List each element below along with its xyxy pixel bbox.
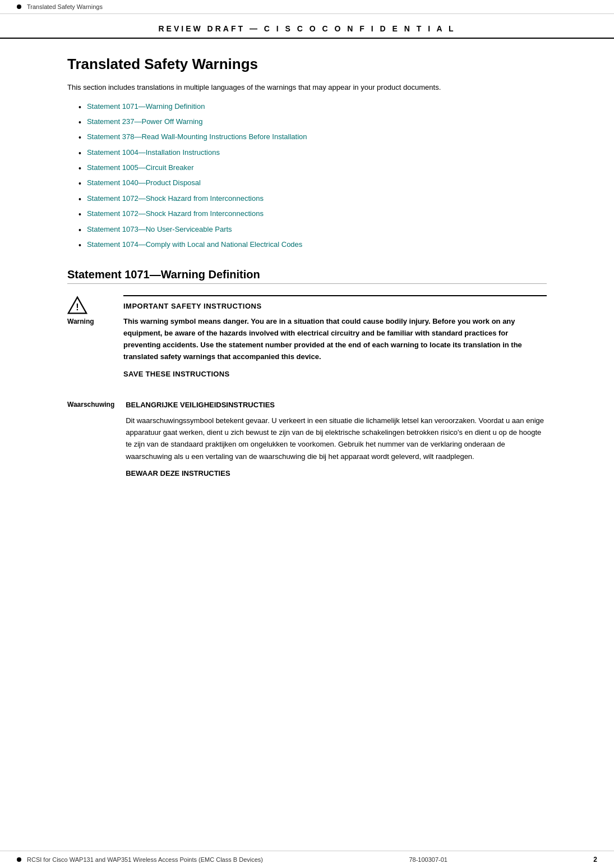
- footer-left-text: RCSI for Cisco WAP131 and WAP351 Wireles…: [27, 856, 263, 863]
- warning-block-english: ! Warning IMPORTANT SAFETY INSTRUCTIONS …: [67, 295, 547, 389]
- toc-item-378[interactable]: Statement 378—Read Wall-Mounting Instruc…: [79, 131, 547, 144]
- bottom-left: RCSI for Cisco WAP131 and WAP351 Wireles…: [17, 856, 263, 863]
- warning-save-english: SAVE THESE INSTRUCTIONS: [123, 370, 547, 378]
- toc-item-1072a[interactable]: Statement 1072—Shock Hazard from Interco…: [79, 193, 547, 205]
- bottom-dot: [17, 857, 21, 862]
- toc-item-1040[interactable]: Statement 1040—Product Disposal: [79, 177, 547, 190]
- warning-triangle-icon: !: [67, 295, 87, 315]
- page-number: 2: [593, 856, 597, 864]
- top-bar: Translated Safety Warnings: [0, 0, 614, 14]
- toc-item-1073[interactable]: Statement 1073—No User-Serviceable Parts: [79, 224, 547, 236]
- warning-label-col: ! Warning: [67, 295, 123, 325]
- dutch-save: BEWAAR DEZE INSTRUCTIES: [126, 469, 547, 477]
- warning-content-english: IMPORTANT SAFETY INSTRUCTIONS This warni…: [123, 295, 547, 389]
- toc-item-1005[interactable]: Statement 1005—Circuit Breaker: [79, 162, 547, 174]
- header-title: REVIEW DRAFT — C I S C O C O N F I D E N…: [0, 14, 614, 39]
- warning-block-dutch: Waarschuwing BELANGRIJKE VEILIGHEIDSINST…: [67, 401, 547, 478]
- svg-text:!: !: [76, 302, 79, 312]
- dutch-label-col: Waarschuwing: [67, 401, 126, 408]
- toc-item-237[interactable]: Statement 237—Power Off Warning: [79, 116, 547, 128]
- toc-item-1004[interactable]: Statement 1004—Installation Instructions: [79, 147, 547, 159]
- footer-right-text: 78-100307-01: [409, 856, 447, 863]
- warning-title-english: IMPORTANT SAFETY INSTRUCTIONS: [123, 302, 547, 310]
- bottom-bar: RCSI for Cisco WAP131 and WAP351 Wireles…: [0, 851, 614, 868]
- toc-item-1074[interactable]: Statement 1074—Comply with Local and Nat…: [79, 239, 547, 251]
- top-bar-dot: [17, 4, 21, 9]
- dutch-content: BELANGRIJKE VEILIGHEIDSINSTRUCTIES Dit w…: [126, 401, 547, 478]
- section-heading-1071: Statement 1071—Warning Definition: [67, 268, 547, 284]
- toc-list: Statement 1071—Warning Definition Statem…: [67, 101, 547, 252]
- intro-text: This section includes translations in mu…: [67, 82, 547, 93]
- dutch-label-text: Waarschuwing: [67, 401, 114, 408]
- dutch-body: Dit waarschuwingssymbool betekent gevaar…: [126, 415, 547, 463]
- toc-item-1072b[interactable]: Statement 1072—Shock Hazard from Interco…: [79, 208, 547, 221]
- toc-item-1071[interactable]: Statement 1071—Warning Definition: [79, 101, 547, 113]
- dutch-title: BELANGRIJKE VEILIGHEIDSINSTRUCTIES: [126, 401, 547, 409]
- breadcrumb: Translated Safety Warnings: [27, 3, 103, 10]
- page-heading: Translated Safety Warnings: [67, 56, 547, 73]
- page-wrapper: Translated Safety Warnings REVIEW DRAFT …: [0, 0, 614, 868]
- warning-body-english: This warning symbol means danger. You ar…: [123, 316, 547, 362]
- content-area: Translated Safety Warnings This section …: [0, 39, 614, 522]
- warning-label-text: Warning: [67, 318, 94, 325]
